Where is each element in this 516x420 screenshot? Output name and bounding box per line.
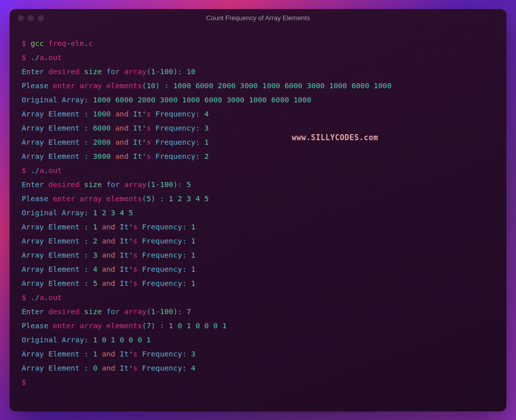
minimize-button[interactable] — [28, 15, 34, 21]
token — [138, 279, 142, 287]
token: . — [31, 166, 35, 174]
terminal-line: Array Element : 6000 and It's Frequency:… — [22, 121, 494, 135]
token: and — [102, 222, 115, 231]
token: : — [182, 279, 186, 287]
close-button[interactable] — [18, 15, 24, 21]
token: : — [84, 95, 89, 104]
token: It — [133, 138, 142, 146]
terminal-line: Array Element : 4 and It's Frequency: 1 — [22, 262, 494, 276]
token: ' — [128, 364, 133, 372]
token: array — [80, 81, 102, 90]
token: ' — [142, 109, 147, 118]
token: Please — [22, 194, 48, 203]
terminal-line: Original Array: 1 2 3 4 5 — [22, 206, 494, 220]
token: ) — [151, 194, 155, 203]
token — [89, 152, 93, 160]
token: Original — [22, 335, 57, 344]
token — [138, 364, 142, 372]
token: : — [84, 364, 89, 372]
token — [200, 138, 205, 146]
token — [26, 166, 31, 174]
token: and — [115, 109, 129, 118]
token: ) — [155, 81, 160, 90]
token: : — [196, 152, 200, 160]
token — [80, 138, 84, 146]
token — [44, 109, 48, 118]
token: 3 — [205, 124, 209, 132]
token — [97, 364, 102, 372]
token — [115, 265, 120, 273]
token — [44, 349, 48, 358]
token: : — [196, 138, 200, 146]
maximize-button[interactable] — [38, 15, 44, 21]
token — [200, 109, 205, 118]
token: ' — [128, 265, 133, 273]
token: Array — [22, 109, 44, 118]
token: : — [196, 124, 200, 132]
token — [151, 152, 155, 160]
terminal-body[interactable]: www.SILLYCODES.com $ gcc freq-ele.c $ ./… — [10, 27, 506, 398]
token: : — [84, 208, 89, 217]
token: : — [84, 124, 89, 132]
token: 2 — [205, 152, 209, 160]
token — [89, 251, 93, 259]
token: 4 — [191, 364, 196, 372]
token: It — [133, 109, 142, 118]
token: 1000 6000 2000 3000 1000 6000 3000 1000 … — [173, 81, 392, 90]
token: s — [133, 251, 138, 259]
token: : — [196, 109, 200, 118]
token: Original — [22, 208, 57, 217]
token — [151, 124, 155, 132]
token: It — [120, 364, 129, 372]
token: 1 0 1 0 0 0 1 — [169, 321, 227, 330]
token: and — [115, 152, 129, 160]
token: Array — [62, 208, 84, 217]
token: - — [155, 180, 160, 189]
token: for — [106, 307, 120, 316]
token: array — [124, 67, 146, 76]
token — [75, 194, 80, 203]
token: array — [124, 307, 146, 316]
token — [128, 109, 133, 118]
token: ' — [128, 349, 133, 358]
token: : — [84, 335, 89, 344]
token: Array — [22, 222, 44, 231]
token: 6000 — [93, 124, 111, 132]
token: Array — [22, 364, 44, 372]
token — [80, 124, 84, 132]
token — [89, 95, 93, 104]
token — [97, 279, 102, 287]
token — [155, 194, 160, 203]
token — [102, 81, 106, 90]
token: ) — [173, 307, 178, 316]
title-bar: Count Frequency of Array Elements — [10, 9, 506, 27]
token: Frequency — [142, 364, 182, 372]
token: 10 — [186, 67, 196, 76]
token: desired — [48, 180, 80, 189]
token: Array — [22, 236, 44, 245]
token: Array — [62, 95, 84, 104]
token: Element — [48, 152, 80, 160]
token — [111, 152, 115, 160]
token: $ — [22, 166, 26, 174]
terminal-line: Enter desired size for array(1-100): 10 — [22, 65, 494, 79]
token: : — [84, 349, 89, 358]
token: Array — [22, 279, 44, 287]
token: 100 — [160, 67, 173, 76]
token: Frequency — [155, 152, 196, 160]
token: s — [133, 349, 138, 358]
token: 1 — [191, 279, 196, 287]
dot: . — [84, 39, 89, 47]
token: 100 — [160, 180, 173, 189]
token: Frequency — [155, 138, 196, 146]
token: Please — [22, 81, 48, 90]
token — [44, 124, 48, 132]
token — [186, 364, 191, 372]
token — [102, 307, 106, 316]
token: : — [160, 194, 164, 203]
token: 4 — [205, 109, 209, 118]
token — [115, 236, 120, 245]
token: s — [133, 279, 138, 287]
token: ( — [142, 321, 147, 330]
token — [80, 67, 84, 76]
